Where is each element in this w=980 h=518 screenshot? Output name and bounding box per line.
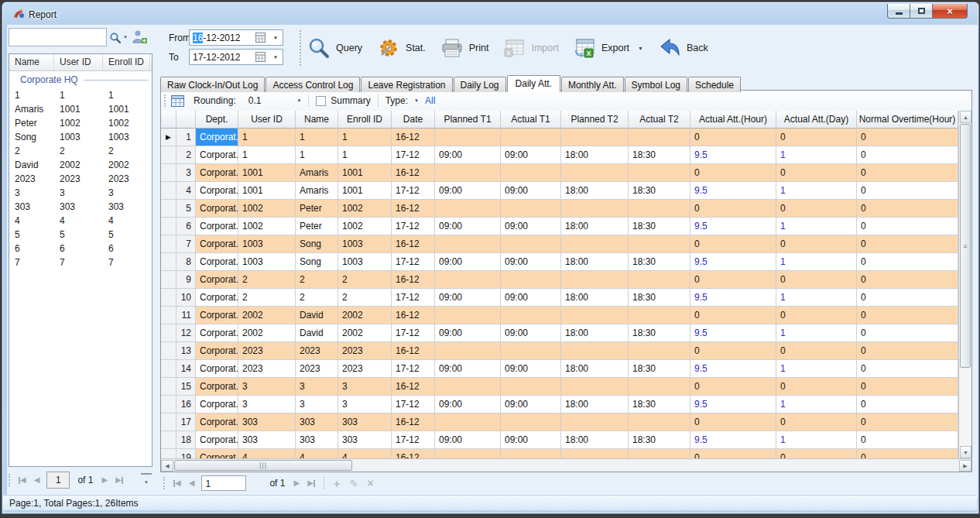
filterbar-grip[interactable]	[164, 94, 166, 107]
grid-cell[interactable]	[561, 342, 629, 360]
grid-cell[interactable]: 9.5	[690, 253, 776, 271]
grid-cell[interactable]: 1002	[338, 200, 392, 218]
scroll-down-button[interactable]: ▼	[960, 446, 971, 458]
sidebar-prev-page-button[interactable]: ◀	[34, 476, 40, 484]
column-header-actual-t1[interactable]: Actual T1	[501, 111, 561, 129]
maximize-button[interactable]	[910, 4, 932, 19]
pager-grip[interactable]	[9, 474, 10, 486]
grid-cell[interactable]: 1	[776, 324, 857, 342]
grid-cell[interactable]: 16-12	[392, 449, 435, 458]
grid-cell[interactable]: 1002	[338, 218, 392, 235]
grid-cell[interactable]	[435, 235, 501, 253]
grid-cell[interactable]: 2023	[296, 342, 338, 360]
grid-cell[interactable]: 9.5	[690, 182, 776, 200]
grid-cell[interactable]: Peter	[296, 218, 338, 235]
grid-cell[interactable]	[561, 129, 629, 146]
grid-cell[interactable]: 0	[690, 129, 776, 146]
table-row[interactable]: 11Corporat...2002David200216-12000	[161, 307, 958, 324]
grid-cell[interactable]: 09:00	[435, 182, 501, 200]
grid-cell[interactable]: Corporat...	[196, 129, 238, 146]
grid-cell[interactable]	[435, 342, 501, 360]
grid-cell[interactable]: 16-12	[392, 378, 435, 396]
grid-cell[interactable]: 9.5	[690, 324, 776, 342]
type-dropdown-icon[interactable]: ▼	[414, 98, 419, 103]
grid-cell[interactable]: Corporat...	[196, 413, 238, 431]
grid-cell[interactable]	[501, 378, 561, 396]
grid-cell[interactable]: Corporat...	[196, 235, 238, 253]
grid-cell[interactable]: 0	[857, 378, 958, 396]
grid-cell[interactable]: 0	[776, 235, 857, 253]
grid-cell[interactable]: 1003	[338, 253, 392, 271]
row-selector-cell[interactable]	[161, 431, 176, 449]
grid-cell[interactable]: Corporat...	[196, 218, 238, 235]
grid-cell[interactable]: 09:00	[435, 396, 501, 413]
grid-cell[interactable]: David	[296, 324, 338, 342]
row-selector-cell[interactable]	[161, 146, 176, 164]
grid-cell[interactable]: Corporat...	[196, 253, 238, 271]
grid-cell[interactable]: 0	[776, 200, 857, 218]
table-row[interactable]: 5Corporat...1002Peter100216-12000	[161, 200, 958, 218]
grid-cell[interactable]: 0	[776, 129, 857, 146]
table-row[interactable]: 6Corporat...1002Peter100217-1209:0009:00…	[161, 218, 958, 235]
grid-cell[interactable]: 3	[296, 378, 338, 396]
grid-cell[interactable]: 0	[857, 271, 958, 289]
add-person-button[interactable]	[131, 29, 148, 45]
grid-cell[interactable]: 303	[296, 413, 338, 431]
grid-cell[interactable]: 18:00	[561, 324, 629, 342]
grid-cell[interactable]	[435, 449, 501, 458]
grid-cell[interactable]: 2002	[338, 324, 392, 342]
pager-grip[interactable]	[163, 477, 165, 489]
grid-cell[interactable]: 16-12	[392, 271, 435, 289]
column-header-normal-overtime-hour-[interactable]: Normal Overtime(Hour)	[857, 111, 958, 129]
row-selector-cell[interactable]	[161, 271, 176, 289]
row-selector-cell[interactable]	[161, 342, 176, 360]
grid-cell[interactable]	[501, 449, 561, 458]
sidebar-person-row[interactable]: Amaris10011001	[9, 102, 152, 116]
grid-cell[interactable]: 2002	[338, 307, 392, 324]
grid-cell[interactable]: 4	[296, 449, 338, 458]
grid-cell[interactable]: 1	[776, 431, 857, 449]
sidebar-person-row[interactable]: Peter10021002	[9, 116, 152, 130]
grid-cell[interactable]: 1	[238, 146, 296, 164]
row-selector-cell[interactable]	[161, 378, 176, 396]
grid-cell[interactable]: 18:00	[561, 289, 629, 307]
to-date-field[interactable]: 17-12-2012 ▼	[189, 49, 283, 65]
rounding-dropdown-icon[interactable]: ▼	[296, 98, 301, 103]
grid-cell[interactable]: 9.5	[690, 218, 776, 235]
horizontal-scrollbar-thumb[interactable]: |||	[174, 460, 352, 471]
grid-cell[interactable]: 09:00	[435, 324, 501, 342]
sidebar-person-row[interactable]: 555	[9, 228, 152, 242]
grid-cell[interactable]	[435, 307, 501, 324]
grid-cell[interactable]: 17-12	[392, 218, 435, 235]
grid-cell[interactable]: 1002	[238, 218, 296, 235]
grid-cell[interactable]: 2023	[338, 342, 392, 360]
grid-cell[interactable]: 09:00	[501, 324, 561, 342]
grid-cell[interactable]: Corporat...	[196, 182, 238, 200]
grid-cell[interactable]: 0	[857, 307, 958, 324]
grid-cell[interactable]: 303	[238, 431, 296, 449]
grid-cell[interactable]: 17-12	[392, 146, 435, 164]
sidebar-first-page-button[interactable]: ◀	[19, 476, 26, 484]
grid-cell[interactable]: 1001	[338, 182, 392, 200]
grid-cell[interactable]: 09:00	[435, 289, 501, 307]
grid-cell[interactable]: Corporat...	[196, 289, 238, 307]
grid-cell[interactable]: Amaris	[296, 182, 338, 200]
minimize-button[interactable]	[887, 4, 910, 19]
grid-cell[interactable]: 18:00	[561, 182, 629, 200]
grid-cell[interactable]: 0	[857, 431, 958, 449]
grid-cell[interactable]: 17-12	[392, 289, 435, 307]
grid-cell[interactable]: 1	[238, 129, 296, 146]
back-button[interactable]: Back	[658, 38, 708, 58]
table-row[interactable]: 19Corporat...44416-12000	[161, 449, 958, 458]
grid-cell[interactable]: Peter	[296, 200, 338, 218]
grid-cell[interactable]: 18:30	[629, 182, 690, 200]
row-selector-cell[interactable]	[161, 235, 176, 253]
grid-last-page-button[interactable]: ▶	[307, 479, 315, 487]
grid-cell[interactable]: 09:00	[435, 253, 501, 271]
table-row[interactable]: 9Corporat...22216-12000	[161, 271, 958, 289]
grid-cell[interactable]: 9.5	[690, 431, 776, 449]
grid-cell[interactable]: 3	[238, 378, 296, 396]
grid-cell[interactable]: 09:00	[501, 146, 561, 164]
grid-cell[interactable]: 1002	[238, 200, 296, 218]
grid-cell[interactable]: 2023	[338, 360, 392, 378]
